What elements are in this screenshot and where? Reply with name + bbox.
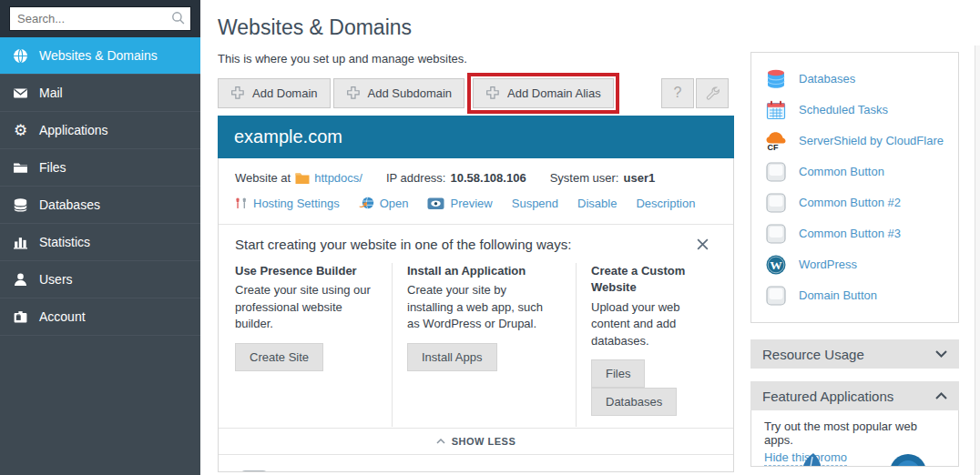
add-domain-alias-button[interactable]: Add Domain Alias — [473, 78, 614, 108]
blank-key-icon — [765, 285, 787, 307]
wordpress-icon: W — [765, 254, 787, 276]
promo-text: Try out the most popular web apps. — [764, 419, 945, 447]
sidebar-item-label: Databases — [39, 197, 100, 212]
toolbar: Add Domain Add Subdomain Add Domain Alia… — [218, 77, 734, 108]
sidebar-item-label: Account — [39, 309, 86, 324]
database-cylinder-icon — [765, 68, 787, 90]
preview-link[interactable]: Preview — [427, 197, 492, 210]
tool-wordpress[interactable]: W WordPress — [765, 249, 951, 280]
domain-actions-row: Hosting Settings Open — [235, 196, 717, 210]
sidebar-item-statistics[interactable]: Statistics — [0, 224, 200, 261]
sidebar-item-users[interactable]: Users — [0, 261, 200, 298]
sidebar-item-mail[interactable]: Mail — [0, 75, 200, 112]
close-icon[interactable] — [696, 238, 709, 251]
page-title: Websites & Domains — [218, 15, 734, 40]
column-text: Create your site by installing a web app… — [407, 282, 544, 332]
sidebar-item-databases[interactable]: Databases — [0, 187, 200, 224]
annotation-highlight: Add Domain Alias — [467, 73, 619, 114]
help-button[interactable]: ? — [661, 78, 694, 108]
feature-links-row: Domain Properties Button Additional comm… — [219, 455, 733, 472]
domain-panel-header: example.com — [218, 116, 734, 158]
database-icon — [13, 197, 28, 213]
plesk-app: Websites & Domains Mail ⚙ Applications — [0, 0, 980, 475]
description-link[interactable]: Description — [636, 197, 695, 210]
resource-usage-header[interactable]: Resource Usage — [750, 339, 959, 369]
files-button[interactable]: Files — [591, 359, 645, 388]
sidebar-item-websites-domains[interactable]: Websites & Domains — [0, 37, 200, 75]
globe-arrow-icon — [359, 196, 374, 210]
hosting-settings-link[interactable]: Hosting Settings — [235, 197, 340, 210]
tool-scheduled-tasks[interactable]: Scheduled Tasks — [765, 95, 951, 126]
scrollbar-track[interactable] — [975, 45, 980, 475]
suspend-link[interactable]: Suspend — [512, 197, 558, 210]
sidebar-item-label: Users — [39, 272, 73, 287]
column-text: Upload your web content and add database… — [591, 299, 717, 349]
mail-icon — [13, 86, 28, 101]
blank-key-icon — [765, 192, 787, 214]
sidebar-item-label: Statistics — [39, 235, 90, 249]
install-application-column: Install an Application Create your site … — [392, 263, 576, 427]
key-button-icon — [239, 470, 270, 472]
globe-flag-icon — [387, 470, 422, 472]
tool-common-button-3[interactable]: Common Button #3 — [765, 218, 951, 249]
folder-icon — [13, 160, 28, 176]
svg-text:CF: CF — [768, 143, 779, 152]
column-heading: Install an Application — [407, 263, 576, 279]
domain-properties-feature: Domain Properties Button Additional comm… — [239, 470, 387, 472]
sidebar-item-label: Mail — [39, 86, 63, 100]
tool-databases[interactable]: Databases — [765, 64, 951, 95]
featured-applications-body: Try out the most popular web apps. Hide … — [750, 410, 959, 467]
start-creating-section: Start creating your website in one of th… — [219, 225, 733, 428]
sidebar-item-label: Websites & Domains — [39, 48, 158, 63]
blank-key-icon — [765, 223, 787, 245]
orange-folder-icon — [295, 172, 310, 185]
main-content: Websites & Domains This is where you set… — [218, 0, 734, 472]
docroot-link[interactable]: httpdocs/ — [314, 171, 362, 185]
column-heading: Use Presence Builder — [235, 263, 375, 279]
website-at-label: Website at — [235, 171, 291, 185]
tool-servershield-cloudflare[interactable]: CF ServerShield by CloudFlare — [765, 126, 951, 157]
tool-common-button[interactable]: Common Button — [765, 157, 951, 187]
sidebar-item-label: Files — [39, 160, 66, 175]
cloudflare-icon: CF — [765, 130, 787, 152]
show-less-toggle[interactable]: SHOW LESS — [219, 429, 733, 454]
system-user-value: user1 — [623, 171, 655, 185]
settings-button[interactable] — [696, 78, 729, 108]
tool-common-button-2[interactable]: Common Button #2 — [765, 187, 951, 218]
domain-properties-link[interactable]: Domain Properties Button — [279, 470, 386, 472]
system-user-label: System user: — [550, 171, 619, 185]
app-logo-icon — [888, 451, 928, 467]
install-apps-button[interactable]: Install Apps — [407, 343, 497, 371]
ip-label: IP address: — [386, 171, 446, 185]
sidebar-item-files[interactable]: Files — [0, 149, 200, 187]
tools-icon — [235, 197, 248, 210]
add-domain-button[interactable]: Add Domain — [218, 78, 331, 108]
sidebar-item-account[interactable]: Account — [0, 298, 200, 336]
chevron-down-icon — [935, 350, 947, 358]
app-logo-icon — [791, 451, 832, 467]
databases-button[interactable]: Databases — [591, 388, 677, 416]
chevron-up-icon — [436, 439, 445, 444]
gear-icon: ⚙ — [13, 123, 28, 138]
disable-link[interactable]: Disable — [577, 197, 617, 210]
tool-domain-button[interactable]: Domain Button — [765, 280, 951, 311]
id-badge-icon — [13, 309, 28, 325]
sidebar-item-applications[interactable]: ⚙ Applications — [0, 112, 200, 149]
ftp-folder-icon — [540, 470, 575, 472]
search-input[interactable] — [9, 6, 191, 31]
globe-icon — [13, 48, 28, 64]
open-link[interactable]: Open — [359, 196, 409, 210]
ftp-access-feature: FTP Access — [540, 470, 647, 472]
toolbar-right: ? — [661, 78, 729, 108]
svg-text:W: W — [770, 258, 782, 272]
right-sidebar: Databases Scheduled Tasks CF ServerShiel… — [750, 52, 959, 467]
ip-value: 10.58.108.106 — [450, 171, 526, 185]
featured-applications-header[interactable]: Featured Applications — [750, 381, 959, 410]
add-subdomain-button[interactable]: Add Subdomain — [333, 78, 465, 108]
create-site-button[interactable]: Create Site — [235, 343, 323, 371]
wrench-icon — [705, 86, 720, 100]
plus-icon — [485, 86, 500, 100]
sidebar-nav: Websites & Domains Mail ⚙ Applications — [0, 37, 200, 336]
custom-website-column: Create a Custom Website Upload your web … — [576, 263, 717, 427]
page-subtitle: This is where you set up and manage webs… — [218, 52, 734, 66]
